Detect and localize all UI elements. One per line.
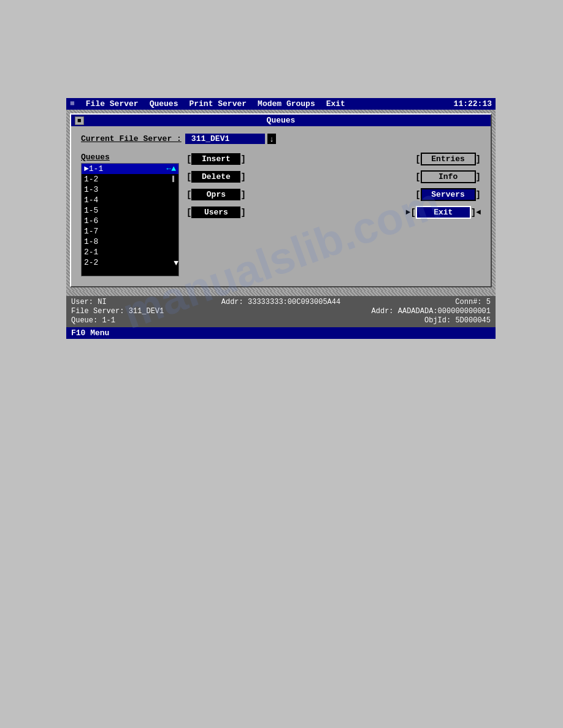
objid-info: ObjId: 5D000045 xyxy=(424,316,491,325)
list-item[interactable]: 1-2▌ xyxy=(82,174,178,184)
exit-btn-wrapper: ► [ Exit ] ◄ xyxy=(406,206,481,219)
addr-label: Addr: xyxy=(221,298,243,306)
buttons-panel: [ Insert ] [ Entries ] xyxy=(186,153,481,276)
oprs-btn-wrapper: [ Oprs ] xyxy=(186,189,246,200)
cfs-value: 311_DEV1 xyxy=(185,134,265,144)
fs-addr-label: Addr: xyxy=(372,307,394,316)
fs-addr-info: Addr: AADADADA:000000000001 xyxy=(372,307,491,316)
btn-row-users: [ Users ] ► [ Exit ] ◄ xyxy=(186,206,481,219)
delete-button[interactable]: Delete xyxy=(191,171,240,183)
menubar-icon[interactable]: ≡ xyxy=(70,99,75,108)
servers-btn-wrapper: [ Servers ] xyxy=(415,188,481,201)
users-button[interactable]: Users xyxy=(191,207,240,218)
exit-button[interactable]: Exit xyxy=(416,206,471,219)
user-info: User: NI xyxy=(71,298,107,306)
terminal-screen: ≡ File Server Queues Print Server Modem … xyxy=(66,98,496,339)
btn-row-oprs: [ Oprs ] [ Servers ] xyxy=(186,188,481,201)
info-btn-wrapper: [ Info ] xyxy=(415,170,481,183)
users-btn-wrapper: [ Users ] xyxy=(186,207,246,218)
fs-info: File Server: 311_DEV1 xyxy=(71,307,164,316)
fs-label: File Server: xyxy=(71,307,124,316)
conn-value: 5 xyxy=(486,298,491,306)
list-item[interactable]: 1-3 xyxy=(82,184,178,195)
dialog-titlebar: ■ Queues xyxy=(71,115,491,126)
fs-addr-value: AADADADA:000000000001 xyxy=(398,307,491,316)
fs-value: 311_DEV1 xyxy=(129,307,164,316)
list-item[interactable]: 2-1 xyxy=(82,247,178,257)
cfs-row: Current File Server : 311_DEV1 ↓ xyxy=(81,134,481,144)
btn-row-delete: [ Delete ] [ Info ] xyxy=(186,170,481,183)
menubar: ≡ File Server Queues Print Server Modem … xyxy=(66,98,496,110)
menubar-modem-groups[interactable]: Modem Groups xyxy=(258,99,315,108)
dialog-content: Current File Server : 311_DEV1 ↓ Queues … xyxy=(71,126,491,286)
objid-value: 5D000045 xyxy=(455,316,491,325)
addr-info: Addr: 33333333:00C093005A44 xyxy=(221,298,340,306)
menubar-exit[interactable]: Exit xyxy=(326,99,345,108)
insert-btn-wrapper: [ Insert ] xyxy=(186,153,246,165)
cfs-dropdown-button[interactable]: ↓ xyxy=(267,134,277,144)
oprs-button[interactable]: Oprs xyxy=(191,189,240,200)
addr-value: 33333333:00C093005A44 xyxy=(248,298,340,306)
objid-label: ObjId: xyxy=(424,316,451,325)
cfs-label: Current File Server : xyxy=(81,134,182,143)
f10-menu-label[interactable]: F10 Menu xyxy=(71,328,109,338)
btn-row-insert: [ Insert ] [ Entries ] xyxy=(186,153,481,165)
main-area: Queues ►1-1←▲ 1-2▌ 1-3 1-4 1-5 1-6 1-7 1… xyxy=(81,153,481,276)
clock: 11:22:13 xyxy=(454,99,492,108)
list-item[interactable]: 1-8 xyxy=(82,237,178,247)
queue-list[interactable]: ►1-1←▲ 1-2▌ 1-3 1-4 1-5 1-6 1-7 1-8 2-1 … xyxy=(81,163,179,276)
conn-info: Conn#: 5 xyxy=(455,298,491,306)
exit-arrow-right: ◄ xyxy=(476,208,481,217)
status-row-1: User: NI Addr: 33333333:00C093005A44 Con… xyxy=(71,298,491,306)
list-item[interactable]: 1-4 xyxy=(82,195,178,205)
dialog: ■ Queues Current File Server : 311_DEV1 … xyxy=(70,113,492,287)
conn-label: Conn#: xyxy=(455,298,481,306)
menubar-left: ≡ File Server Queues Print Server Modem … xyxy=(70,99,345,108)
menubar-file-server[interactable]: File Server xyxy=(86,99,139,108)
bottom-bar: F10 Menu xyxy=(66,327,496,339)
dialog-icon: ■ xyxy=(75,116,84,125)
list-item[interactable]: 1-5 xyxy=(82,205,178,216)
status-row-3: Queue: 1-1 ObjId: 5D000045 xyxy=(71,316,491,325)
menubar-print-server[interactable]: Print Server xyxy=(189,99,247,108)
list-item[interactable]: 1-7 xyxy=(82,226,178,237)
entries-button[interactable]: Entries xyxy=(421,153,476,165)
entries-btn-wrapper: [ Entries ] xyxy=(415,153,481,165)
insert-button[interactable]: Insert xyxy=(191,153,240,165)
info-button[interactable]: Info xyxy=(421,170,476,183)
exit-arrow-left: ► xyxy=(406,208,411,217)
queue-info: Queue: 1-1 xyxy=(71,316,115,325)
user-label: User: xyxy=(71,298,93,306)
status-area: User: NI Addr: 33333333:00C093005A44 Con… xyxy=(66,296,496,327)
queue-panel: Queues ►1-1←▲ 1-2▌ 1-3 1-4 1-5 1-6 1-7 1… xyxy=(81,153,179,276)
queue-label: Queue: xyxy=(71,316,98,325)
delete-btn-wrapper: [ Delete ] xyxy=(186,171,246,183)
queue-value: 1-1 xyxy=(102,316,115,325)
servers-button[interactable]: Servers xyxy=(421,188,476,201)
hatch-border: ■ Queues Current File Server : 311_DEV1 … xyxy=(66,110,496,291)
queues-label: Queues xyxy=(81,153,179,162)
dialog-title: Queues xyxy=(267,116,296,125)
list-item[interactable]: 1-6 xyxy=(82,216,178,226)
user-value: NI xyxy=(98,298,106,306)
menubar-queues[interactable]: Queues xyxy=(150,99,178,108)
list-item[interactable]: 2-2 ▼ xyxy=(82,257,178,268)
status-row-2: File Server: 311_DEV1 Addr: AADADADA:000… xyxy=(71,307,491,316)
list-item[interactable]: ►1-1←▲ xyxy=(82,164,178,174)
hatch-divider xyxy=(66,291,496,296)
